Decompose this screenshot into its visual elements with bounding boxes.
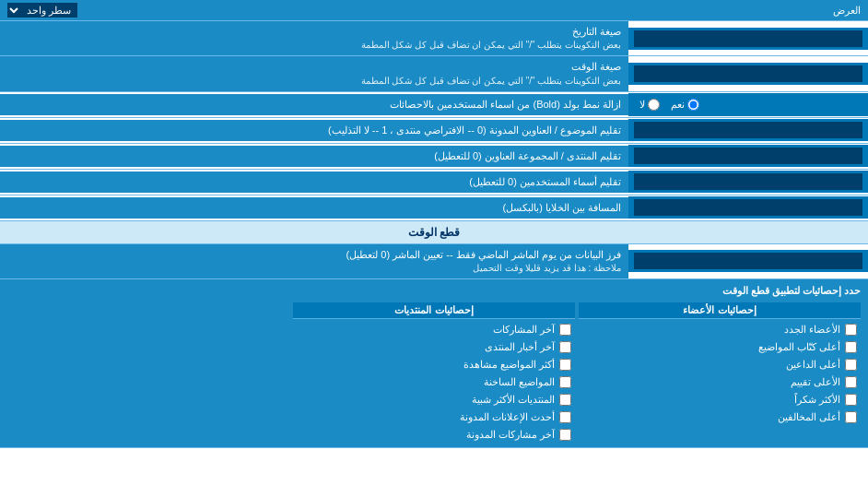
topics-limit-label: تقليم الموضوع / العناوين المدونة (0 -- ا… [0,120,628,141]
label-top-rated: الأعلى تقييم [791,376,840,388]
checkbox-members-new[interactable] [845,324,857,336]
time-format-label: صيغة الوقت بعض التكوينات يتطلب "/" التي … [0,56,628,90]
checkbox-top-inviters[interactable] [845,359,857,371]
forum-limit-input[interactable]: 33 [634,148,862,164]
label-blog-posts: آخر مشاركات المدونة [466,429,555,441]
label-latest-announcements: أحدث الإعلانات المدونة [460,411,555,423]
date-format-input-cell: d-m [628,28,868,50]
users-limit-label-text: تقليم أسماء المستخدمين (0 للتعطيل) [7,175,621,189]
checkbox-most-viewed[interactable] [559,359,571,371]
stats-col2-item-3: أكثر المواضيع مشاهدة [293,358,575,372]
bold-radio-group: نعم لا [634,96,705,113]
cells-spacing-label: المسافة بين الخلايا (بالبكسل) [0,197,628,219]
bold-remove-label-text: ازالة نمط بولد (Bold) من اسماء المستخدمي… [7,98,621,112]
users-limit-input[interactable]: 0 [634,173,862,190]
bold-radio-no[interactable] [648,99,660,111]
cutoff-input[interactable]: 0 [634,253,862,269]
checkbox-top-writers[interactable] [845,341,857,353]
top-label: العرض [833,5,861,17]
cutoff-row: 0 فرز البيانات من يوم الماشر الماضي فقط … [0,244,868,279]
top-row: العرض سطر واحد سطران ثلاثة أسطر [0,0,868,21]
forum-limit-label: تقليم المنتدى / المجموعة العناوين (0 للت… [0,146,628,167]
date-format-label-line2: بعض التكوينات يتطلب "/" التي يمكن ان تضا… [7,39,621,52]
label-latest-posts: آخر المشاركات [493,324,555,336]
label-top-violations: أعلى المخالفين [778,411,840,423]
bold-remove-input-cell: نعم لا [628,93,868,116]
label-hot-topics: المواضيع الساخنة [484,376,555,388]
stats-col3-item-5: الأكثر شكراً [579,393,861,407]
label-most-thanks: الأكثر شكراً [794,394,840,406]
time-format-row: H:i صيغة الوقت بعض التكوينات يتطلب "/" ا… [0,56,868,91]
cutoff-label: فرز البيانات من يوم الماشر الماضي فقط --… [0,244,628,278]
bold-remove-row: نعم لا ازالة نمط بولد (Bold) من اسماء ال… [0,92,868,118]
display-select[interactable]: سطر واحد سطران ثلاثة أسطر [7,3,77,18]
time-format-label-line2: بعض التكوينات يتطلب "/" التي يمكن ان تضا… [7,75,621,88]
stats-col3-header-text: إحصائيات الأعضاء [683,304,756,315]
label-most-viewed: أكثر المواضيع مشاهدة [463,359,555,371]
stats-grid: إحصائيات الأعضاء الأعضاء الجدد أعلى كتّا… [7,302,861,442]
cutoff-input-cell: 0 [628,250,868,272]
checkbox-hot-topics[interactable] [559,376,571,388]
stats-col3-item-4: الأعلى تقييم [579,375,861,389]
bold-radio-yes[interactable] [687,99,699,111]
label-members-new: الأعضاء الجدد [784,324,840,336]
stats-col3: إحصائيات الأعضاء الأعضاء الجدد أعلى كتّا… [579,302,861,442]
topics-limit-input-cell: 33 [628,119,868,141]
bold-radio-no-label[interactable]: لا [639,99,660,111]
topics-limit-input[interactable]: 33 [634,122,862,138]
users-limit-row: 0 تقليم أسماء المستخدمين (0 للتعطيل) [0,170,868,195]
bold-radio-yes-label[interactable]: نعم [671,99,699,111]
time-format-input-cell: H:i [628,63,868,85]
stats-col2-item-4: المواضيع الساخنة [293,375,575,389]
topics-limit-label-text: تقليم الموضوع / العناوين المدونة (0 -- ا… [7,124,621,137]
label-top-writers: أعلى كتّاب المواضيع [758,341,840,353]
cutoff-label-line1: فرز البيانات من يوم الماشر الماضي فقط --… [7,248,621,262]
date-format-label: صيغة التاريخ بعض التكوينات يتطلب "/" الت… [0,21,628,55]
stats-col3-header: إحصائيات الأعضاء [579,302,861,319]
stats-col3-item-6: أعلى المخالفين [579,410,861,424]
bold-radio-yes-text: نعم [671,99,685,111]
date-format-label-line1: صيغة التاريخ [7,25,621,39]
checkbox-blog-posts[interactable] [559,429,571,441]
checkbox-most-thanks[interactable] [845,394,857,406]
stats-col2-item-6: أحدث الإعلانات المدونة [293,410,575,424]
stats-col2-item-7: آخر مشاركات المدونة [293,428,575,442]
checkbox-latest-posts[interactable] [559,324,571,336]
forum-limit-row: 33 تقليم المنتدى / المجموعة العناوين (0 … [0,144,868,170]
checkbox-top-violations[interactable] [845,411,857,423]
stats-header: حدد إحصائيات لتطبيق قطع الوقت [7,285,861,297]
cutoff-section-header: قطع الوقت [0,221,868,244]
stats-col3-item-3: أعلى الداعين [579,358,861,372]
stats-col2-header: إحصائيات المنتديات [293,302,575,319]
checkbox-most-similar[interactable] [559,394,571,406]
bold-radio-no-text: لا [639,99,645,111]
time-format-input[interactable]: H:i [634,65,862,82]
cells-spacing-input-cell: 2 [628,196,868,219]
stats-col2: إحصائيات المنتديات آخر المشاركات آخر أخب… [293,302,575,442]
bold-remove-label: ازالة نمط بولد (Bold) من اسماء المستخدمي… [0,94,628,115]
checkbox-top-rated[interactable] [845,376,857,388]
label-top-inviters: أعلى الداعين [786,359,840,371]
cells-spacing-row: 2 المسافة بين الخلايا (بالبكسل) [0,195,868,221]
stats-col1 [7,302,289,442]
stats-header-text: حدد إحصائيات لتطبيق قطع الوقت [722,285,861,296]
topics-limit-row: 33 تقليم الموضوع / العناوين المدونة (0 -… [0,118,868,144]
forum-limit-label-text: تقليم المنتدى / المجموعة العناوين (0 للت… [7,149,621,163]
date-format-input[interactable]: d-m [634,30,862,47]
checkbox-forum-news[interactable] [559,341,571,353]
cells-spacing-input[interactable]: 2 [634,199,862,216]
cutoff-label-line2: ملاحظة : هذا قد يزيد قليلا وقت التحميل [7,262,621,275]
label-forum-news: آخر أخبار المنتدى [485,341,555,353]
users-limit-label: تقليم أسماء المستخدمين (0 للتعطيل) [0,172,628,193]
checkbox-latest-announcements[interactable] [559,411,571,423]
label-most-similar: المنتديات الأكثر شبية [472,394,555,406]
stats-col2-item-1: آخر المشاركات [293,323,575,337]
stats-col2-item-2: آخر أخبار المنتدى [293,340,575,354]
stats-col2-item-5: المنتديات الأكثر شبية [293,393,575,407]
cutoff-section-title: قطع الوقت [408,226,460,239]
cells-spacing-label-text: المسافة بين الخلايا (بالبكسل) [7,201,621,215]
stats-section: حدد إحصائيات لتطبيق قطع الوقت إحصائيات ا… [0,279,868,448]
stats-col2-header-text: إحصائيات المنتديات [394,304,473,315]
stats-col3-item-1: الأعضاء الجدد [579,323,861,337]
time-format-label-line1: صيغة الوقت [7,60,621,74]
